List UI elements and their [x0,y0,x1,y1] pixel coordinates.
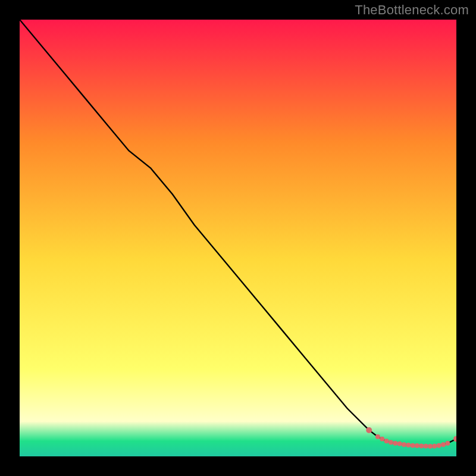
highlight-dot [424,444,428,449]
highlight-dot [393,441,397,446]
highlight-dot [411,443,415,448]
highlight-dot [389,440,393,445]
highlight-dot [441,442,446,447]
highlight-dot [445,441,450,446]
highlight-dot [437,443,441,448]
highlight-dot [428,444,433,449]
highlight-dot [406,443,411,447]
highlight-dot [397,441,402,446]
highlight-dot [384,439,389,443]
highlight-dot [366,427,372,433]
highlight-dot [432,444,437,449]
highlight-dot [419,443,424,448]
plot-area [20,20,456,456]
highlight-dot [375,434,380,439]
chart-svg [20,20,456,456]
highlight-dot [415,443,419,448]
highlight-dot [380,437,384,441]
chart-frame: TheBottleneck.com [0,0,476,476]
highlight-dot [402,442,406,447]
watermark-text: TheBottleneck.com [355,2,469,18]
gradient-background [20,20,456,456]
